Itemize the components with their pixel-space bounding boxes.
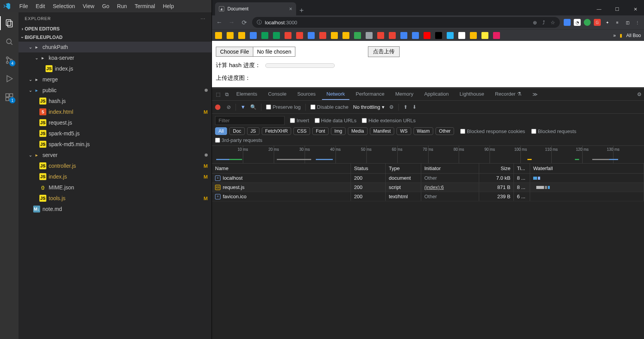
devtools-tab-performance[interactable]: Performance xyxy=(351,89,389,100)
bookmark-icon[interactable] xyxy=(412,32,419,39)
network-request-row[interactable]: ≡favicon.ico200text/htmlOther239 B6 ... xyxy=(212,192,644,201)
bookmark-icon[interactable] xyxy=(296,32,303,39)
bookmark-icon[interactable] xyxy=(238,32,245,39)
inspect-element-icon[interactable]: ⬚ xyxy=(214,90,222,99)
disable-cache-checkbox[interactable]: Disable cache xyxy=(310,104,349,110)
bookmark-icon[interactable] xyxy=(308,32,315,39)
column-header[interactable]: Name xyxy=(212,164,351,173)
back-icon[interactable]: ← xyxy=(215,18,224,27)
filter-chip-css[interactable]: CSS xyxy=(293,127,310,135)
column-header[interactable]: Size xyxy=(479,164,514,173)
bookmark-icon[interactable] xyxy=(400,32,407,39)
extensions-puzzle-icon[interactable]: ✦ xyxy=(604,19,611,26)
more-icon[interactable]: ··· xyxy=(201,16,205,21)
devtools-tab-recorder[interactable]: Recorder ⚗ xyxy=(490,89,526,100)
zoom-icon[interactable]: ⊕ xyxy=(533,20,537,25)
bookmark-icon[interactable] xyxy=(261,32,268,39)
file-tools-js[interactable]: JStools.jsM xyxy=(19,193,212,204)
file-request-js[interactable]: JSrequest.js xyxy=(19,117,212,128)
filter-chip-fetch-xhr[interactable]: Fetch/XHR xyxy=(262,127,291,135)
menu-help[interactable]: Help xyxy=(159,2,178,11)
search-network-icon[interactable]: 🔍 xyxy=(250,104,256,110)
file-input-wrapper[interactable]: Choose File No file chosen xyxy=(216,47,295,57)
filter-toggle-icon[interactable]: ▼ xyxy=(241,104,246,110)
bookmark-icon[interactable] xyxy=(319,32,326,39)
bookmark-icon[interactable] xyxy=(424,32,430,39)
browser-tab[interactable]: ◭ Document × xyxy=(215,2,296,15)
file-spark-md5-js[interactable]: JSspark-md5.js xyxy=(19,128,212,139)
folder-merge[interactable]: ⌄▸merge xyxy=(19,74,212,85)
folder-server[interactable]: ⌄▸server xyxy=(19,150,212,160)
file-index-html[interactable]: 5index.htmlM xyxy=(19,106,212,117)
filter-chip-other[interactable]: Other xyxy=(436,127,454,135)
minimize-icon[interactable]: — xyxy=(590,3,608,15)
throttling-select[interactable]: No throttling▾ xyxy=(353,104,385,110)
blocked-requests-checkbox[interactable]: Blocked requests xyxy=(531,128,576,134)
bookmark-icon[interactable] xyxy=(458,32,465,39)
bookmark-folder-icon[interactable]: ▮ xyxy=(620,33,622,38)
blocked-cookies-checkbox[interactable]: Blocked response cookies xyxy=(460,128,525,134)
bookmark-icon[interactable] xyxy=(435,32,442,39)
search-icon[interactable] xyxy=(4,36,15,47)
devtools-tab-memory[interactable]: Memory xyxy=(391,89,418,100)
devtools-tab-lighthouse[interactable]: Lighthouse xyxy=(455,89,489,100)
menu-file[interactable]: File xyxy=(15,2,32,11)
record-button[interactable] xyxy=(215,105,220,110)
reload-icon[interactable]: ⟳ xyxy=(240,18,248,27)
close-tab-icon[interactable]: × xyxy=(289,6,292,12)
file-spark-md5-min-js[interactable]: JSspark-md5.min.js xyxy=(19,139,212,150)
preserve-log-checkbox[interactable]: Preserve log xyxy=(266,104,301,110)
menu-go[interactable]: Go xyxy=(98,2,113,11)
devtools-tab-sources[interactable]: Sources xyxy=(293,89,320,100)
filter-chip-js[interactable]: JS xyxy=(247,127,259,135)
filter-chip-all[interactable]: All xyxy=(215,127,227,135)
upload-button[interactable]: 点击上传 xyxy=(368,46,400,57)
bookmark-icon[interactable] xyxy=(470,32,477,39)
source-control-icon[interactable]: 4 xyxy=(4,55,15,66)
folder-chunkPath[interactable]: ⌄▸chunkPath xyxy=(19,42,212,52)
devtools-tab-elements[interactable]: Elements xyxy=(232,89,262,100)
bookmark-icon[interactable] xyxy=(250,32,257,39)
menu-edit[interactable]: Edit xyxy=(32,2,49,11)
column-header[interactable]: Type xyxy=(386,164,421,173)
column-header[interactable]: Status xyxy=(351,164,386,173)
explorer-icon[interactable] xyxy=(4,18,15,29)
devtools-more-tabs[interactable]: ≫ xyxy=(528,89,542,100)
folder-koa-server[interactable]: ⌄▸koa-server xyxy=(19,52,212,63)
site-info-icon[interactable]: ⓘ xyxy=(257,19,262,26)
bookmark-icon[interactable] xyxy=(493,32,500,39)
menu-view[interactable]: View xyxy=(79,2,98,11)
bookmark-icon[interactable] xyxy=(447,32,454,39)
filter-chip-doc[interactable]: Doc xyxy=(229,127,244,135)
clear-icon[interactable]: ⊘ xyxy=(227,104,231,110)
invert-checkbox[interactable]: Invert xyxy=(290,118,309,123)
bookmark-icon[interactable] xyxy=(273,32,280,39)
network-timeline[interactable]: 10 ms20 ms30 ms40 ms50 ms60 ms70 ms80 ms… xyxy=(212,146,644,164)
menu-terminal[interactable]: Terminal xyxy=(131,2,159,11)
network-request-row[interactable]: ≡localhost200documentOther7.0 kB8 ... xyxy=(212,174,644,183)
project-section[interactable]: › BIGFILEUPLOAD xyxy=(19,33,212,42)
filter-chip-font[interactable]: Font xyxy=(312,127,329,135)
column-header[interactable]: Initiator xyxy=(421,164,479,173)
open-editors-section[interactable]: › OPEN EDITORS xyxy=(19,25,212,33)
bookmark-icon[interactable] xyxy=(377,32,384,39)
close-window-icon[interactable]: ✕ xyxy=(627,3,644,15)
devtools-settings-icon[interactable]: ⚙ xyxy=(637,91,642,97)
filter-chip-manifest[interactable]: Manifest xyxy=(370,127,394,135)
bookmark-icon[interactable] xyxy=(342,32,349,39)
network-filter-input[interactable] xyxy=(215,116,285,125)
extensions-icon[interactable]: 1 xyxy=(4,92,15,103)
hide-extension-urls-checkbox[interactable]: Hide extension URLs xyxy=(362,118,415,123)
side-panel-icon[interactable]: ◫ xyxy=(624,19,631,26)
ext-icon[interactable]: G xyxy=(594,19,601,26)
menu-icon[interactable]: ⋮ xyxy=(634,19,641,26)
bookmark-icon[interactable] xyxy=(227,32,234,39)
file-MIME-json[interactable]: {}MIME.json xyxy=(19,182,212,193)
network-conditions-icon[interactable]: ⚙ xyxy=(389,104,394,110)
file-controller-js[interactable]: JScontroller.jsM xyxy=(19,160,212,171)
import-har-icon[interactable]: ⬆ xyxy=(403,104,408,110)
bookmark-icon[interactable] xyxy=(366,32,373,39)
filter-chip-wasm[interactable]: Wasm xyxy=(414,127,434,135)
file-index-js[interactable]: JSindex.js xyxy=(19,63,212,74)
ext-icon[interactable]: ◔ xyxy=(574,19,581,26)
